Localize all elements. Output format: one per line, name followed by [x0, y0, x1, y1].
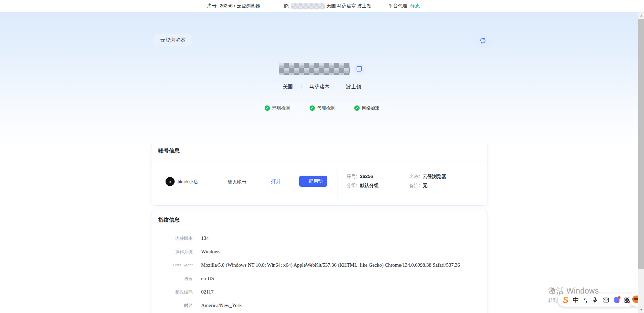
- topbar-ip: IP: 美国 马萨诸塞 波士顿: [284, 0, 371, 12]
- field-label: 序号:: [347, 174, 357, 179]
- app-badge-label: 云登浏览器: [160, 37, 185, 43]
- ip-label: IP:: [284, 3, 289, 9]
- fp-row-timezone: 时区 America/New_York: [151, 303, 488, 310]
- one-click-launch-button[interactable]: 一键启动: [299, 176, 327, 187]
- field-label: 名称:: [409, 174, 420, 179]
- fp-value: 02117: [201, 289, 481, 295]
- fp-row-os: 操作系统 Windows: [151, 249, 488, 256]
- account-info-card: 账号信息 ♪ tiktok小店 暂无账号 打开 一键启动 序号:26256 名称…: [151, 142, 488, 206]
- fp-value: en-US: [201, 276, 481, 281]
- location-country: 美国: [283, 84, 293, 90]
- fp-row-language: 语言 en-US: [151, 276, 488, 283]
- field-value: 无: [423, 183, 427, 188]
- field-value: 云登浏览器: [423, 174, 446, 179]
- fp-value: 134: [201, 235, 481, 241]
- check-network-label: 网络加速: [362, 105, 379, 111]
- copy-button[interactable]: [353, 63, 365, 75]
- copy-icon: [357, 66, 362, 72]
- chinese-mode-icon[interactable]: 中: [573, 297, 579, 303]
- scroll-up-arrow[interactable]: ▲: [638, 13, 644, 18]
- fp-label: 邮政编码: [158, 289, 193, 295]
- proxy-value: 静态: [410, 3, 420, 9]
- desktop-screen: 序号: 26256 / 云登浏览器 IP: 美国 马萨诸塞 波士顿 平台代理: …: [0, 0, 644, 313]
- status-checks: ✓ 环境检测 ✓ 代理检测 ✓ 网络加速: [257, 102, 387, 114]
- divider: [293, 108, 306, 108]
- fp-label: 操作系统: [158, 249, 193, 255]
- scrollbar-thumb[interactable]: [638, 19, 644, 269]
- top-info-bar: 序号: 26256 / 云登浏览器 IP: 美国 马萨诸塞 波士顿 平台代理: …: [0, 0, 644, 12]
- microphone-icon[interactable]: [592, 297, 598, 303]
- field-label: 分组:: [347, 183, 357, 188]
- fingerprint-card-title: 指纹信息: [158, 217, 180, 224]
- ip-title-row: [0, 63, 644, 75]
- topbar-serial: 序号: 26256 / 云登浏览器: [207, 0, 260, 12]
- check-icon: ✓: [265, 105, 270, 111]
- skin-theme-icon[interactable]: [614, 297, 619, 303]
- refresh-icon: [479, 37, 487, 44]
- divider: [151, 162, 488, 162]
- field-value: 26256: [360, 174, 373, 179]
- field-name: 名称:云登浏览器: [409, 174, 446, 180]
- check-network: ✓ 网络加速: [354, 105, 379, 111]
- divider: [338, 108, 351, 108]
- fp-row-useragent: User Agent Mozilla/5.0 (Windows NT 10.0;…: [151, 262, 488, 270]
- field-group: 分组:默认分组: [347, 183, 379, 189]
- check-proxy-label: 代理检测: [317, 105, 335, 111]
- app-badge: 云登浏览器: [153, 34, 193, 46]
- fp-label: 内核版本: [158, 235, 193, 241]
- fp-value: Mozilla/5.0 (Windows NT 10.0; Win64; x64…: [201, 262, 481, 268]
- divider: [301, 85, 302, 89]
- proxy-label: 平台代理:: [388, 3, 409, 9]
- field-serial: 序号:26256: [347, 174, 373, 180]
- serial-label: 序号:: [207, 3, 218, 9]
- topbar-proxy: 平台代理: 静态: [388, 0, 420, 12]
- check-icon: ✓: [354, 105, 360, 111]
- serial-value: 26256 / 云登浏览器: [220, 3, 260, 9]
- fingerprint-info-card: 指纹信息 内核版本 134 操作系统 Windows User Agent Mo…: [151, 211, 488, 313]
- punctuation-icon[interactable]: °,: [584, 298, 587, 303]
- music-note-glyph: ♪: [169, 179, 171, 184]
- scroll-down-arrow[interactable]: ▼: [638, 307, 644, 313]
- fp-label: 语言: [158, 276, 193, 282]
- divider: [337, 170, 337, 200]
- ip-title-blurred: [279, 63, 350, 75]
- fp-value: America/New_York: [201, 303, 481, 308]
- check-env: ✓ 环境检测: [265, 105, 290, 111]
- check-env-label: 环境检测: [272, 105, 290, 111]
- check-icon: ✓: [310, 105, 315, 111]
- sogou-logo-icon[interactable]: S: [563, 296, 568, 304]
- platform-name: tiktok小店: [178, 179, 198, 185]
- ip-location: 美国 马萨诸塞 波士顿: [326, 3, 371, 9]
- location-row: 美国 马萨诸塞 波士顿: [0, 84, 644, 90]
- open-link[interactable]: 打开: [271, 178, 281, 185]
- field-label: 备注:: [409, 183, 420, 188]
- fp-row-kernel: 内核版本 134: [151, 235, 488, 243]
- fp-value: Windows: [201, 249, 481, 255]
- page-scrollbar[interactable]: ▲ ▼: [638, 12, 644, 313]
- field-remark: 备注:无: [409, 183, 427, 189]
- location-region: 马萨诸塞: [310, 84, 330, 90]
- tiktok-icon: ♪: [166, 177, 175, 186]
- divider: [338, 85, 338, 89]
- ime-toolbar: S 中 °,: [558, 294, 636, 307]
- field-value: 默认分组: [360, 183, 379, 188]
- fp-row-zipcode: 邮政编码 02117: [151, 289, 488, 297]
- location-city: 波士顿: [346, 84, 361, 90]
- fp-label: 时区: [158, 303, 193, 309]
- ip-blurred-value: [291, 3, 325, 9]
- account-status: 暂无账号: [228, 179, 246, 185]
- refresh-button[interactable]: [475, 33, 491, 49]
- main-page: 云登浏览器 美国 马萨诸塞 波士顿: [0, 12, 644, 313]
- check-proxy: ✓ 代理检测: [310, 105, 335, 111]
- keyboard-icon[interactable]: [602, 297, 609, 304]
- account-card-title: 账号信息: [158, 147, 180, 154]
- fp-label: User Agent: [158, 262, 193, 268]
- divider: [151, 231, 488, 231]
